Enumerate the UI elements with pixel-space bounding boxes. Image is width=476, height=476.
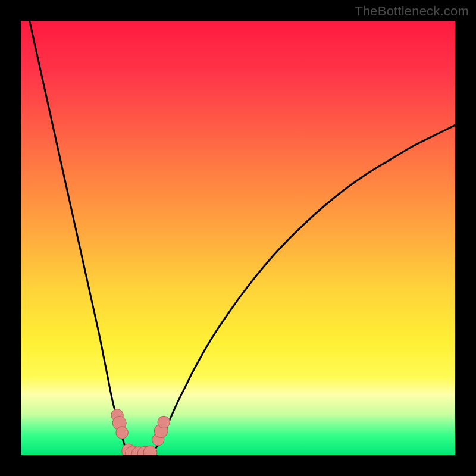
curve-path <box>30 21 455 455</box>
data-marker <box>116 427 128 439</box>
chart-frame: TheBottleneck.com <box>0 0 476 476</box>
watermark-text: TheBottleneck.com <box>355 4 469 19</box>
plot-area <box>21 21 455 455</box>
bottleneck-curve <box>21 21 455 455</box>
data-marker <box>158 416 170 428</box>
